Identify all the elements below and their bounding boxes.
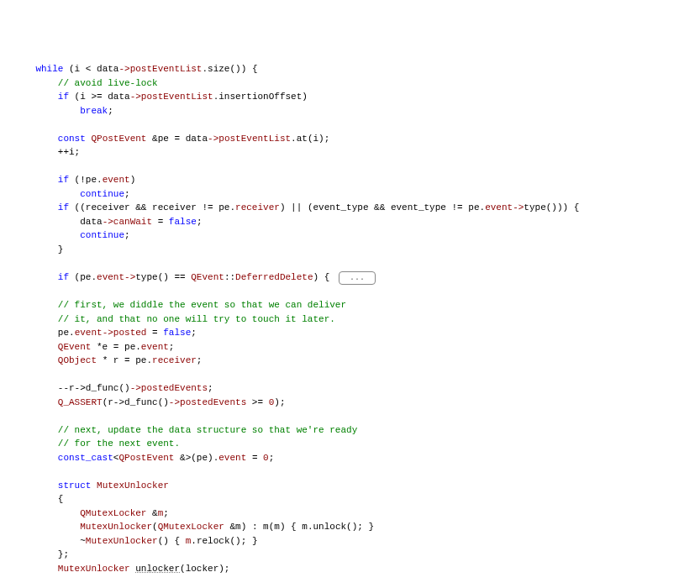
code-line: const QPostEvent &pe = data->postEventLi… bbox=[13, 134, 329, 144]
code-line: pe.event->posted = false; bbox=[13, 328, 197, 338]
code-comment: // first, we diddle the event so that we… bbox=[13, 300, 346, 310]
code-line: if (!pe.event) bbox=[13, 175, 135, 185]
code-line: continue; bbox=[13, 189, 130, 199]
code-line: break; bbox=[13, 106, 113, 116]
code-line: QObject * r = pe.receiver; bbox=[13, 355, 202, 365]
code-line: } bbox=[13, 244, 63, 255]
code-line: continue; bbox=[13, 230, 130, 240]
code-line: ++i; bbox=[13, 147, 80, 157]
code-comment: // for the next event. bbox=[13, 438, 180, 449]
code-line: MutexUnlocker(QMutexLocker &m) : m(m) { … bbox=[13, 522, 374, 532]
code-line: if ((receiver && receiver != pe.receiver… bbox=[13, 202, 579, 213]
code-line: ~MutexUnlocker() { m.relock(); } bbox=[13, 536, 258, 546]
code-line: Q_ASSERT(r->d_func()->postedEvents >= 0)… bbox=[13, 397, 285, 407]
code-line: const_cast<QPostEvent &>(pe).event = 0; bbox=[13, 453, 274, 463]
code-line: struct MutexUnlocker bbox=[13, 480, 169, 491]
code-line: if (i >= data->postEventList.insertionOf… bbox=[13, 92, 308, 102]
code-line: while (i < data->postEventList.size()) { bbox=[13, 64, 257, 74]
code-line: if (pe.event->type() == QEvent::Deferred… bbox=[13, 272, 376, 282]
code-line: }; bbox=[13, 549, 69, 559]
code-comment: // avoid live-lock bbox=[13, 78, 158, 88]
code-line: QMutexLocker &m; bbox=[13, 508, 169, 518]
fold-toggle[interactable]: ... bbox=[339, 271, 376, 285]
code-line: MutexUnlocker unlocker(locker); bbox=[13, 564, 229, 574]
code-line: QEvent *e = pe.event; bbox=[13, 342, 174, 352]
code-block: while (i < data->postEventList.size()) {… bbox=[13, 62, 687, 588]
code-line: { bbox=[13, 494, 63, 504]
code-comment: // next, update the data structure so th… bbox=[13, 425, 357, 435]
code-comment: // it, and that no one will try to touch… bbox=[13, 314, 335, 324]
code-line: data->canWait = false; bbox=[13, 217, 202, 227]
code-line: --r->d_func()->postedEvents; bbox=[13, 383, 213, 393]
